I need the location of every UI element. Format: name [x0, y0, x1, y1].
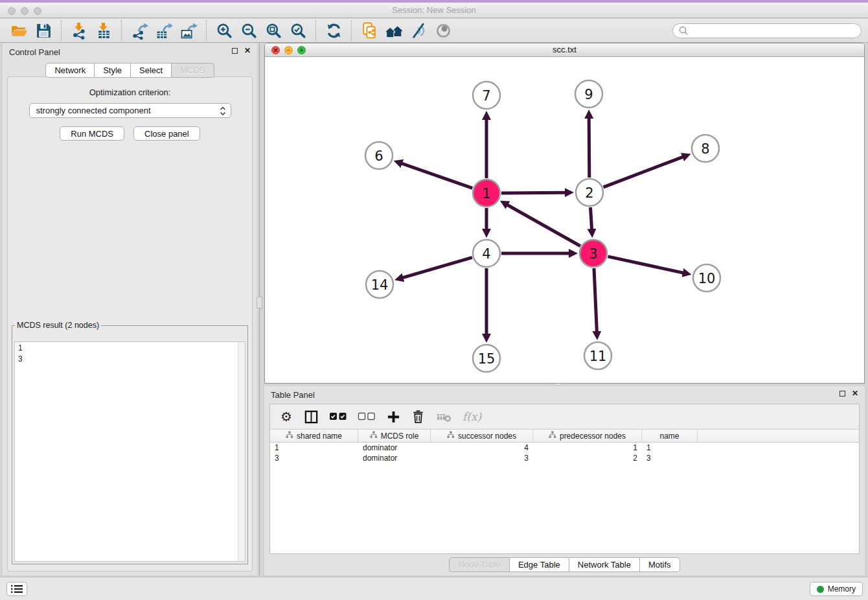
home-icon[interactable] — [383, 20, 404, 41]
column-header-shared-name[interactable]: shared name — [270, 430, 358, 442]
add-row-icon[interactable] — [386, 410, 400, 424]
result-scrollbar[interactable] — [238, 342, 245, 561]
graph-node-1[interactable]: 1 — [473, 179, 500, 207]
toolbar-separator — [206, 20, 207, 41]
column-header-name[interactable]: name — [642, 430, 698, 442]
table-cell: 4 — [431, 443, 533, 453]
tab-select[interactable]: Select — [131, 63, 172, 78]
export-image-icon[interactable] — [178, 20, 199, 41]
float-panel-icon[interactable] — [232, 48, 238, 54]
graph-edge-3-10[interactable] — [608, 257, 683, 273]
tab-edge-table[interactable]: Edge Table — [510, 557, 569, 572]
function-builder-icon: f(x) — [463, 410, 481, 423]
panel-split-divider[interactable] — [259, 43, 260, 575]
export-network-icon[interactable] — [129, 20, 150, 41]
graph-node-6[interactable]: 6 — [365, 142, 393, 169]
graph-node-7[interactable]: 7 — [473, 82, 500, 109]
floppy-icon — [35, 22, 52, 40]
tab-style[interactable]: Style — [95, 63, 131, 78]
column-header-successor-nodes[interactable]: successor nodes — [431, 430, 533, 442]
tab-node-table[interactable]: Node Table — [449, 557, 510, 572]
criterion-dropdown[interactable]: strongly connected component — [29, 103, 231, 118]
trash-icon[interactable] — [411, 410, 426, 424]
export-table-icon[interactable] — [154, 20, 174, 41]
result-line: 1 — [18, 343, 242, 354]
zoom-fit-icon[interactable] — [263, 20, 284, 41]
network-minimize-button[interactable]: − — [284, 46, 293, 54]
zoom-selected-icon[interactable] — [288, 20, 308, 41]
status-bar: Memory — [0, 577, 868, 600]
table-toolbar: ⚙ — [270, 404, 859, 430]
select-all-icon[interactable] — [329, 412, 347, 421]
task-history-button[interactable] — [6, 582, 27, 596]
network-graph: 7968124314101511 — [265, 58, 864, 383]
graph-node-9[interactable]: 9 — [575, 80, 602, 108]
minimize-window-button[interactable] — [21, 7, 29, 15]
save-session-icon[interactable] — [33, 20, 54, 41]
mcds-result-textarea[interactable]: 13 — [14, 341, 246, 562]
graph-edge-4-14[interactable] — [403, 257, 472, 277]
tab-mcds[interactable]: MCDS — [172, 63, 214, 78]
graph-edge-1-2[interactable] — [501, 192, 565, 193]
zoom-in-icon[interactable] — [214, 20, 234, 41]
open-session-icon[interactable] — [8, 20, 29, 41]
panel-columns-icon[interactable] — [304, 410, 319, 424]
tab-network-table[interactable]: Network Table — [569, 557, 640, 572]
graph-edge-2-3[interactable] — [591, 207, 592, 229]
search-icon — [678, 25, 689, 36]
network-close-button[interactable]: ✕ — [271, 46, 280, 54]
graph-node-2[interactable]: 2 — [576, 179, 603, 206]
column-header-MCDS-role[interactable]: MCDS role — [358, 430, 431, 442]
float-table-panel-icon[interactable] — [839, 391, 845, 397]
table-panel: Table Panel ✕ ⚙ — [264, 386, 865, 575]
graph-edge-1-6[interactable] — [402, 163, 472, 188]
eye-icon[interactable] — [433, 20, 453, 41]
close-window-button[interactable] — [8, 7, 16, 15]
run-mcds-button[interactable]: Run MCDS — [60, 126, 124, 141]
table-row[interactable]: 3dominator323 — [270, 453, 859, 463]
unselect-all-icon[interactable] — [358, 412, 376, 421]
zoom-out-icon[interactable] — [238, 20, 259, 41]
refresh-layout-icon[interactable] — [323, 20, 344, 41]
graph-node-8[interactable]: 8 — [692, 135, 719, 162]
column-tree-icon — [447, 431, 455, 441]
graph-edge-2-8[interactable] — [604, 157, 683, 187]
panel-split-handle[interactable] — [257, 297, 262, 308]
graph-node-4[interactable]: 4 — [473, 240, 500, 267]
close-table-panel-icon[interactable]: ✕ — [852, 390, 858, 397]
hide-style-icon[interactable] — [408, 20, 429, 41]
import-table-icon[interactable] — [93, 20, 114, 41]
search-field[interactable] — [672, 23, 862, 38]
window-traffic-lights[interactable] — [8, 7, 41, 15]
graph-edge-2-9[interactable] — [589, 118, 589, 178]
import-network-icon[interactable] — [69, 20, 89, 41]
graph-edge-3-11[interactable] — [594, 268, 597, 332]
table-header-row: shared nameMCDS rolesuccessor nodesprede… — [270, 430, 859, 443]
network-window-titlebar[interactable]: ✕ − + scc.txt — [265, 43, 864, 57]
tab-motifs[interactable]: Motifs — [640, 557, 680, 572]
gear-icon[interactable]: ⚙ — [279, 409, 293, 424]
column-header-predecessor-nodes[interactable]: predecessor nodes — [533, 430, 642, 442]
table-panel-tabs: Node TableEdge TableNetwork TableMotifs — [264, 557, 865, 572]
toolbar-separator — [121, 20, 122, 41]
graph-node-15[interactable]: 15 — [473, 345, 500, 372]
clone-network-icon[interactable] — [359, 20, 380, 41]
close-panel-button[interactable]: Close panel — [133, 126, 200, 141]
graph-node-3[interactable]: 3 — [580, 240, 607, 267]
control-panel-title: Control Panel — [9, 47, 60, 57]
network-zoom-button[interactable]: + — [297, 46, 306, 54]
zoom-window-button[interactable] — [34, 7, 41, 15]
tab-network[interactable]: Network — [45, 63, 95, 78]
graph-node-11[interactable]: 11 — [584, 342, 611, 369]
network-canvas[interactable]: 7968124314101511 — [265, 58, 864, 383]
close-panel-icon[interactable]: ✕ — [244, 47, 251, 54]
graph-node-14[interactable]: 14 — [366, 271, 393, 298]
table-row[interactable]: 1dominator411 — [270, 443, 859, 453]
graph-node-label: 1 — [482, 186, 490, 202]
memory-button[interactable]: Memory — [810, 582, 863, 596]
graph-edge-3-1[interactable] — [507, 205, 580, 246]
search-input[interactable] — [691, 26, 856, 35]
table-cell: 1 — [270, 443, 358, 453]
graph-node-10[interactable]: 10 — [693, 264, 720, 292]
column-label: successor nodes — [458, 432, 516, 441]
